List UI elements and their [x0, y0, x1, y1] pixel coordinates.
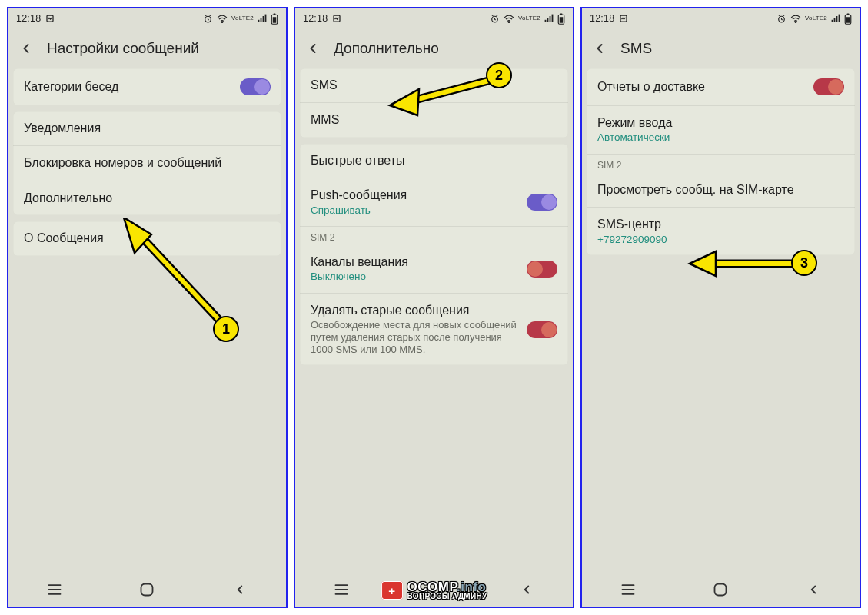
status-bar: 12:18 VoLTE2 — [8, 8, 286, 28]
svg-rect-4 — [261, 18, 262, 22]
screen-header: SMS — [582, 28, 860, 68]
svg-rect-43 — [846, 17, 850, 23]
status-time: 12:18 — [16, 13, 41, 24]
nav-home-button[interactable] — [697, 579, 743, 600]
back-button[interactable] — [300, 35, 326, 62]
row-label: Удалять старые сообщения — [311, 304, 519, 317]
svg-rect-5 — [263, 16, 264, 22]
volte-label: VoLTE2 — [231, 15, 254, 22]
status-bar: 12:18 VoLTE2 — [582, 8, 860, 28]
status-time: 12:18 — [303, 13, 328, 24]
sim2-label: SIM 2 — [597, 160, 621, 171]
phone-screen-3: 12:18 VoLTE2 SMS Отчеты о доставке — [580, 7, 861, 608]
nav-recent-button[interactable] — [318, 579, 364, 600]
row-subtitle: Автоматически — [597, 131, 672, 144]
row-view-sim-messages[interactable]: Просмотреть сообщ. на SIM-карте — [587, 173, 855, 207]
nav-recent-button[interactable] — [32, 579, 78, 600]
row-subtitle: +79272909090 — [597, 234, 667, 246]
alarm-icon — [490, 14, 500, 24]
toggle-delete-old[interactable] — [527, 321, 557, 338]
nav-home-button[interactable] — [124, 579, 170, 600]
row-label: Режим ввода — [597, 116, 672, 130]
back-button[interactable] — [13, 35, 39, 62]
alarm-icon — [777, 14, 787, 24]
sim2-divider: SIM 2 — [587, 154, 855, 173]
toggle-categories[interactable] — [240, 78, 271, 95]
row-mms[interactable]: MMS — [300, 102, 568, 137]
toggle-delivery-reports[interactable] — [813, 78, 844, 95]
sim2-divider: SIM 2 — [300, 226, 568, 245]
row-label: Просмотреть сообщ. на SIM-карте — [597, 183, 794, 197]
svg-rect-47 — [715, 584, 727, 596]
svg-rect-20 — [545, 20, 547, 22]
row-block-numbers[interactable]: Блокировка номеров и сообщений — [13, 145, 281, 180]
svg-rect-42 — [847, 13, 850, 15]
volte-label: VoLTE2 — [805, 15, 827, 22]
composite-screenshot: 12:18 VoLTE2 Настройки сообщений — [2, 2, 866, 613]
row-label: Блокировка номеров и сообщений — [24, 156, 221, 170]
svg-rect-13 — [141, 584, 153, 596]
svg-point-2 — [221, 22, 222, 22]
battery-icon — [271, 13, 278, 25]
watermark-badge: + — [381, 581, 403, 600]
nav-recent-button[interactable] — [605, 579, 651, 600]
status-bar: 12:18 VoLTE2 — [295, 8, 573, 28]
svg-rect-22 — [550, 16, 551, 22]
svg-rect-26 — [560, 17, 564, 23]
annotation-marker-2: 2 — [486, 62, 512, 88]
row-label: MMS — [311, 113, 339, 127]
row-label: Push-сообщения — [311, 188, 407, 202]
svg-point-19 — [508, 22, 509, 22]
row-input-mode[interactable]: Режим ввода Автоматически — [587, 105, 855, 154]
nav-back-button[interactable] — [790, 579, 836, 600]
screen-header: Дополнительно — [295, 28, 573, 68]
wifi-icon — [217, 14, 228, 23]
phone-screen-2: 12:18 VoLTE2 Дополнительно SMS MMS — [294, 7, 574, 608]
signal-icon — [544, 14, 554, 23]
svg-rect-6 — [265, 15, 267, 22]
toggle-channels[interactable] — [527, 261, 557, 278]
row-description: Освобождение места для новых сообщений п… — [311, 319, 519, 355]
row-delete-old[interactable]: Удалять старые сообщения Освобождение ме… — [300, 293, 568, 365]
row-label: Категории бесед — [24, 80, 118, 94]
toggle-push[interactable] — [527, 194, 557, 211]
row-push-messages[interactable]: Push-сообщения Спрашивать — [300, 178, 568, 226]
nav-back-button[interactable] — [217, 579, 263, 600]
battery-icon — [557, 13, 565, 25]
back-button[interactable] — [587, 35, 613, 62]
signal-icon — [831, 14, 840, 23]
row-sms-center[interactable]: SMS-центр +79272909090 — [587, 207, 855, 255]
row-label: SMS — [311, 78, 338, 92]
row-about-messages[interactable]: О Сообщения — [13, 221, 281, 255]
volte-label: VoLTE2 — [518, 15, 540, 22]
svg-rect-21 — [547, 18, 549, 22]
row-quick-replies[interactable]: Быстрые ответы — [300, 144, 568, 178]
screenshot-icon — [332, 14, 341, 23]
row-broadcast-channels[interactable]: Каналы вещания Выключено — [300, 245, 568, 293]
row-label: О Сообщения — [24, 231, 104, 245]
svg-rect-23 — [552, 15, 554, 22]
screenshot-icon — [619, 14, 628, 23]
row-delivery-reports[interactable]: Отчеты о доставке — [587, 68, 855, 105]
annotation-marker-3: 3 — [791, 250, 817, 276]
row-label: Дополнительно — [24, 191, 112, 205]
nav-back-button[interactable] — [504, 579, 550, 600]
row-notifications[interactable]: Уведомления — [13, 111, 281, 145]
svg-point-36 — [795, 22, 796, 22]
screen-header: Настройки сообщений — [8, 28, 286, 68]
svg-rect-8 — [274, 13, 276, 15]
row-conversation-categories[interactable]: Категории бесед — [13, 68, 281, 105]
page-title: Дополнительно — [334, 40, 439, 57]
row-subtitle: Выключено — [311, 271, 408, 283]
svg-rect-3 — [258, 20, 260, 22]
row-label: Каналы вещания — [311, 255, 408, 269]
page-title: Настройки сообщений — [47, 40, 199, 57]
svg-rect-40 — [839, 15, 840, 22]
watermark-sub: ВОПРОСЫ АДМИНУ — [407, 593, 487, 600]
signal-icon — [258, 14, 267, 23]
row-sms[interactable]: SMS — [300, 68, 568, 102]
sim2-label: SIM 2 — [311, 232, 334, 243]
row-additional[interactable]: Дополнительно — [13, 181, 281, 215]
status-time: 12:18 — [590, 13, 614, 24]
wifi-icon — [504, 14, 514, 23]
